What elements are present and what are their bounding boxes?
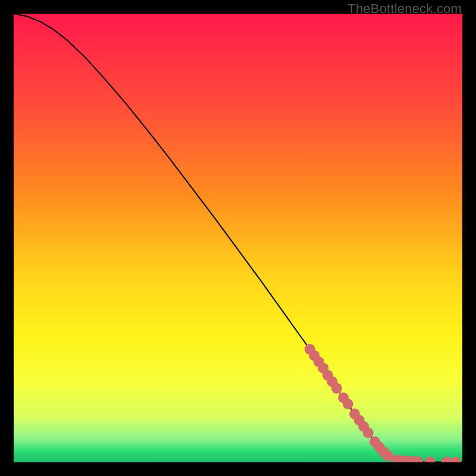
data-marker bbox=[331, 383, 342, 394]
gradient-background bbox=[14, 14, 462, 462]
data-marker bbox=[363, 427, 374, 438]
chart-frame bbox=[14, 14, 462, 462]
data-marker bbox=[343, 399, 353, 409]
chart-svg bbox=[14, 14, 462, 462]
